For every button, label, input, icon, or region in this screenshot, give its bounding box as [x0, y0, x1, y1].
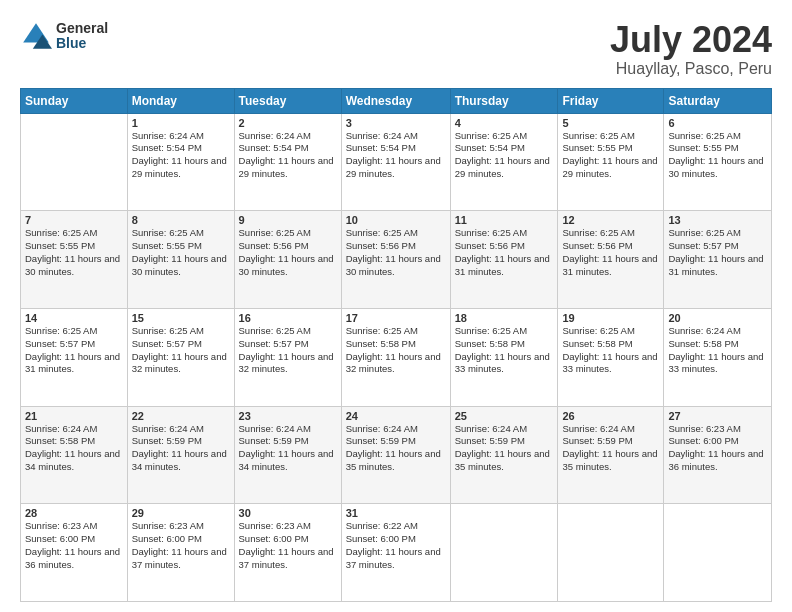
header-monday: Monday	[127, 88, 234, 113]
day-detail: Sunrise: 6:25 AM Sunset: 5:55 PM Dayligh…	[562, 130, 659, 181]
day-detail: Sunrise: 6:25 AM Sunset: 5:58 PM Dayligh…	[455, 325, 554, 376]
day-number: 15	[132, 312, 230, 324]
day-number: 14	[25, 312, 123, 324]
day-detail: Sunrise: 6:24 AM Sunset: 5:59 PM Dayligh…	[455, 423, 554, 474]
page: General Blue July 2024 Huayllay, Pasco, …	[0, 0, 792, 612]
day-number: 27	[668, 410, 767, 422]
calendar-cell: 20Sunrise: 6:24 AM Sunset: 5:58 PM Dayli…	[664, 308, 772, 406]
day-detail: Sunrise: 6:25 AM Sunset: 5:56 PM Dayligh…	[455, 227, 554, 278]
calendar-cell: 31Sunrise: 6:22 AM Sunset: 6:00 PM Dayli…	[341, 504, 450, 602]
day-detail: Sunrise: 6:25 AM Sunset: 5:56 PM Dayligh…	[346, 227, 446, 278]
calendar-cell: 29Sunrise: 6:23 AM Sunset: 6:00 PM Dayli…	[127, 504, 234, 602]
calendar-cell	[558, 504, 664, 602]
day-number: 8	[132, 214, 230, 226]
calendar-cell: 13Sunrise: 6:25 AM Sunset: 5:57 PM Dayli…	[664, 211, 772, 309]
day-number: 2	[239, 117, 337, 129]
week-row-4: 28Sunrise: 6:23 AM Sunset: 6:00 PM Dayli…	[21, 504, 772, 602]
calendar-cell: 16Sunrise: 6:25 AM Sunset: 5:57 PM Dayli…	[234, 308, 341, 406]
calendar-cell: 23Sunrise: 6:24 AM Sunset: 5:59 PM Dayli…	[234, 406, 341, 504]
calendar-cell: 22Sunrise: 6:24 AM Sunset: 5:59 PM Dayli…	[127, 406, 234, 504]
day-number: 30	[239, 507, 337, 519]
header: General Blue July 2024 Huayllay, Pasco, …	[20, 20, 772, 78]
logo-blue: Blue	[56, 36, 108, 51]
day-number: 16	[239, 312, 337, 324]
day-detail: Sunrise: 6:24 AM Sunset: 5:59 PM Dayligh…	[346, 423, 446, 474]
calendar-cell: 8Sunrise: 6:25 AM Sunset: 5:55 PM Daylig…	[127, 211, 234, 309]
calendar-cell: 10Sunrise: 6:25 AM Sunset: 5:56 PM Dayli…	[341, 211, 450, 309]
day-number: 26	[562, 410, 659, 422]
day-detail: Sunrise: 6:23 AM Sunset: 6:00 PM Dayligh…	[25, 520, 123, 571]
day-detail: Sunrise: 6:23 AM Sunset: 6:00 PM Dayligh…	[239, 520, 337, 571]
day-detail: Sunrise: 6:25 AM Sunset: 5:58 PM Dayligh…	[562, 325, 659, 376]
day-number: 29	[132, 507, 230, 519]
day-number: 23	[239, 410, 337, 422]
day-number: 6	[668, 117, 767, 129]
calendar-cell: 17Sunrise: 6:25 AM Sunset: 5:58 PM Dayli…	[341, 308, 450, 406]
calendar-cell: 15Sunrise: 6:25 AM Sunset: 5:57 PM Dayli…	[127, 308, 234, 406]
day-number: 18	[455, 312, 554, 324]
day-detail: Sunrise: 6:24 AM Sunset: 5:59 PM Dayligh…	[132, 423, 230, 474]
calendar-cell: 26Sunrise: 6:24 AM Sunset: 5:59 PM Dayli…	[558, 406, 664, 504]
day-number: 10	[346, 214, 446, 226]
header-saturday: Saturday	[664, 88, 772, 113]
calendar-cell: 4Sunrise: 6:25 AM Sunset: 5:54 PM Daylig…	[450, 113, 558, 211]
calendar-table: SundayMondayTuesdayWednesdayThursdayFrid…	[20, 88, 772, 602]
day-number: 4	[455, 117, 554, 129]
calendar-cell: 28Sunrise: 6:23 AM Sunset: 6:00 PM Dayli…	[21, 504, 128, 602]
day-detail: Sunrise: 6:24 AM Sunset: 5:58 PM Dayligh…	[25, 423, 123, 474]
day-detail: Sunrise: 6:25 AM Sunset: 5:55 PM Dayligh…	[668, 130, 767, 181]
header-friday: Friday	[558, 88, 664, 113]
calendar-cell: 24Sunrise: 6:24 AM Sunset: 5:59 PM Dayli…	[341, 406, 450, 504]
logo-icon	[20, 20, 52, 52]
calendar-cell: 2Sunrise: 6:24 AM Sunset: 5:54 PM Daylig…	[234, 113, 341, 211]
calendar-cell: 18Sunrise: 6:25 AM Sunset: 5:58 PM Dayli…	[450, 308, 558, 406]
day-number: 7	[25, 214, 123, 226]
calendar-cell: 5Sunrise: 6:25 AM Sunset: 5:55 PM Daylig…	[558, 113, 664, 211]
calendar-cell: 1Sunrise: 6:24 AM Sunset: 5:54 PM Daylig…	[127, 113, 234, 211]
logo-general: General	[56, 21, 108, 36]
day-number: 12	[562, 214, 659, 226]
day-detail: Sunrise: 6:25 AM Sunset: 5:54 PM Dayligh…	[455, 130, 554, 181]
calendar-cell: 3Sunrise: 6:24 AM Sunset: 5:54 PM Daylig…	[341, 113, 450, 211]
day-number: 24	[346, 410, 446, 422]
logo: General Blue	[20, 20, 108, 52]
header-tuesday: Tuesday	[234, 88, 341, 113]
day-detail: Sunrise: 6:23 AM Sunset: 6:00 PM Dayligh…	[668, 423, 767, 474]
week-row-0: 1Sunrise: 6:24 AM Sunset: 5:54 PM Daylig…	[21, 113, 772, 211]
day-detail: Sunrise: 6:24 AM Sunset: 5:58 PM Dayligh…	[668, 325, 767, 376]
day-detail: Sunrise: 6:25 AM Sunset: 5:57 PM Dayligh…	[239, 325, 337, 376]
calendar-cell: 21Sunrise: 6:24 AM Sunset: 5:58 PM Dayli…	[21, 406, 128, 504]
day-number: 3	[346, 117, 446, 129]
calendar-cell: 14Sunrise: 6:25 AM Sunset: 5:57 PM Dayli…	[21, 308, 128, 406]
day-number: 5	[562, 117, 659, 129]
day-number: 31	[346, 507, 446, 519]
subtitle: Huayllay, Pasco, Peru	[610, 60, 772, 78]
day-number: 17	[346, 312, 446, 324]
day-detail: Sunrise: 6:25 AM Sunset: 5:55 PM Dayligh…	[25, 227, 123, 278]
day-number: 11	[455, 214, 554, 226]
week-row-2: 14Sunrise: 6:25 AM Sunset: 5:57 PM Dayli…	[21, 308, 772, 406]
logo-text: General Blue	[56, 21, 108, 52]
main-title: July 2024	[610, 20, 772, 60]
calendar-cell: 6Sunrise: 6:25 AM Sunset: 5:55 PM Daylig…	[664, 113, 772, 211]
calendar-cell: 25Sunrise: 6:24 AM Sunset: 5:59 PM Dayli…	[450, 406, 558, 504]
day-detail: Sunrise: 6:24 AM Sunset: 5:54 PM Dayligh…	[132, 130, 230, 181]
week-row-3: 21Sunrise: 6:24 AM Sunset: 5:58 PM Dayli…	[21, 406, 772, 504]
day-detail: Sunrise: 6:22 AM Sunset: 6:00 PM Dayligh…	[346, 520, 446, 571]
day-detail: Sunrise: 6:25 AM Sunset: 5:57 PM Dayligh…	[25, 325, 123, 376]
day-number: 19	[562, 312, 659, 324]
day-number: 1	[132, 117, 230, 129]
day-number: 13	[668, 214, 767, 226]
day-number: 21	[25, 410, 123, 422]
day-number: 28	[25, 507, 123, 519]
day-detail: Sunrise: 6:24 AM Sunset: 5:54 PM Dayligh…	[239, 130, 337, 181]
calendar-cell: 9Sunrise: 6:25 AM Sunset: 5:56 PM Daylig…	[234, 211, 341, 309]
week-row-1: 7Sunrise: 6:25 AM Sunset: 5:55 PM Daylig…	[21, 211, 772, 309]
day-detail: Sunrise: 6:24 AM Sunset: 5:54 PM Dayligh…	[346, 130, 446, 181]
calendar-cell: 19Sunrise: 6:25 AM Sunset: 5:58 PM Dayli…	[558, 308, 664, 406]
day-detail: Sunrise: 6:24 AM Sunset: 5:59 PM Dayligh…	[562, 423, 659, 474]
day-detail: Sunrise: 6:24 AM Sunset: 5:59 PM Dayligh…	[239, 423, 337, 474]
day-number: 25	[455, 410, 554, 422]
calendar-body: 1Sunrise: 6:24 AM Sunset: 5:54 PM Daylig…	[21, 113, 772, 601]
day-detail: Sunrise: 6:25 AM Sunset: 5:58 PM Dayligh…	[346, 325, 446, 376]
